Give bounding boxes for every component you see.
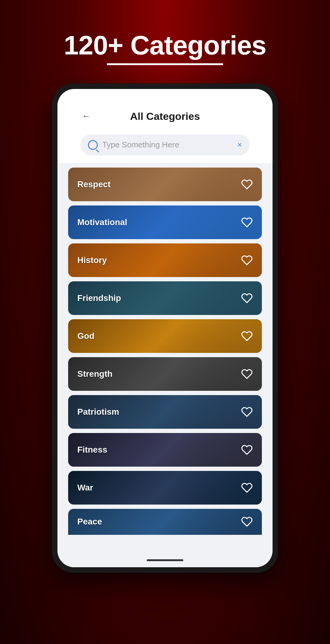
category-label-respect: Respect bbox=[77, 180, 111, 189]
category-label-motivational: Motivational bbox=[77, 217, 127, 227]
category-item-patriotism[interactable]: Patriotism bbox=[68, 395, 262, 429]
category-item-god[interactable]: God bbox=[68, 319, 262, 353]
heart-icon-war bbox=[241, 482, 253, 494]
home-indicator bbox=[57, 555, 273, 567]
header-section: 120+ Categories bbox=[64, 0, 266, 65]
category-item-strength[interactable]: Strength bbox=[68, 357, 262, 391]
search-container: Type Something Here × bbox=[70, 130, 260, 163]
heart-icon-respect bbox=[241, 179, 253, 190]
clear-icon[interactable]: × bbox=[237, 140, 242, 150]
category-item-peace[interactable]: Peace bbox=[68, 509, 262, 535]
category-label-fitness: Fitness bbox=[77, 445, 107, 455]
category-label-strength: Strength bbox=[77, 369, 112, 379]
heart-icon-motivational bbox=[241, 217, 253, 228]
search-icon bbox=[88, 140, 98, 150]
heart-icon-peace bbox=[241, 516, 253, 527]
category-item-fitness[interactable]: Fitness bbox=[68, 433, 262, 467]
category-item-history[interactable]: History bbox=[68, 243, 262, 277]
main-title: 120+ Categories bbox=[64, 31, 266, 60]
heart-icon-strength bbox=[241, 368, 253, 380]
heart-icon-friendship bbox=[241, 292, 253, 304]
heart-icon-history bbox=[241, 254, 253, 266]
app-header-container: ← All Categories Type Something Here × bbox=[57, 89, 273, 163]
home-indicator-bar bbox=[147, 559, 183, 561]
category-label-peace: Peace bbox=[77, 517, 102, 527]
phone-frame: ← All Categories Type Something Here × R… bbox=[52, 83, 278, 573]
category-item-motivational[interactable]: Motivational bbox=[68, 205, 262, 239]
app-title: All Categories bbox=[130, 110, 200, 122]
title-underline bbox=[107, 63, 223, 65]
search-bar[interactable]: Type Something Here × bbox=[80, 135, 250, 155]
search-input[interactable]: Type Something Here bbox=[102, 140, 233, 150]
app-header: ← All Categories bbox=[70, 104, 260, 130]
category-label-god: God bbox=[77, 331, 94, 341]
heart-icon-god bbox=[241, 330, 253, 342]
categories-list: Respect Motivational History Friendship bbox=[57, 163, 273, 555]
heart-icon-fitness bbox=[241, 444, 253, 456]
category-label-patriotism: Patriotism bbox=[77, 407, 119, 417]
back-button[interactable]: ← bbox=[82, 111, 90, 121]
category-label-war: War bbox=[77, 483, 93, 493]
phone-screen: ← All Categories Type Something Here × R… bbox=[57, 89, 273, 567]
heart-icon-patriotism bbox=[241, 406, 253, 418]
category-label-history: History bbox=[77, 255, 107, 265]
category-item-friendship[interactable]: Friendship bbox=[68, 281, 262, 315]
category-label-friendship: Friendship bbox=[77, 293, 121, 303]
status-bar bbox=[70, 95, 260, 104]
category-item-war[interactable]: War bbox=[68, 471, 262, 505]
category-item-respect[interactable]: Respect bbox=[68, 168, 262, 201]
